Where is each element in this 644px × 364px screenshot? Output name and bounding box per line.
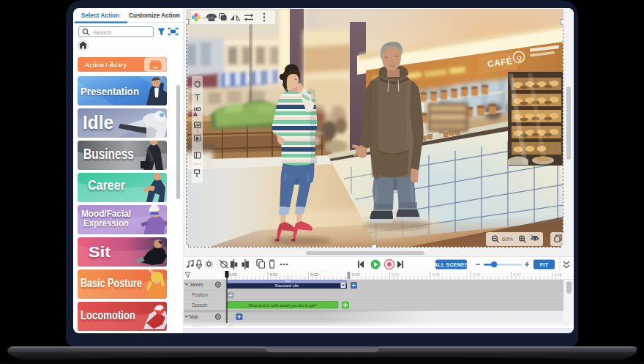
svg-text:FIT: FIT	[540, 262, 549, 267]
svg-text:0:04: 0:04	[392, 272, 400, 277]
svg-text:Standard idle: Standard idle	[275, 283, 299, 288]
svg-text:James: James	[190, 282, 203, 287]
svg-text:Q: Q	[517, 54, 522, 62]
svg-text:0:02: 0:02	[310, 272, 318, 277]
svg-text:0:00: 0:00	[229, 272, 237, 277]
svg-text:Sit: Sit	[89, 243, 111, 260]
svg-text:Career: Career	[88, 177, 126, 193]
svg-text:ALL SCENES: ALL SCENES	[434, 262, 468, 267]
svg-text:0:06: 0:06	[473, 272, 481, 277]
svg-text:0:07: 0:07	[514, 272, 522, 277]
svg-text:0:05: 0:05	[433, 272, 441, 277]
svg-text:Presentation: Presentation	[80, 86, 139, 97]
svg-text:Basic Posture: Basic Posture	[80, 276, 142, 290]
svg-text:What kind of coffe would you l: What kind of coffe would you like to get…	[249, 303, 317, 308]
svg-text:Expression: Expression	[83, 218, 129, 229]
svg-text:0:08: 0:08	[554, 272, 562, 277]
svg-text:Locomotion: Locomotion	[80, 308, 135, 322]
svg-text:Select Action: Select Action	[81, 12, 119, 19]
svg-text:Speech: Speech	[192, 302, 208, 308]
svg-text:60%: 60%	[502, 236, 513, 242]
svg-text:Position: Position	[192, 292, 209, 297]
svg-text:Search: Search	[93, 29, 111, 36]
svg-text:Action Library: Action Library	[85, 61, 127, 69]
svg-text:Customize Action: Customize Action	[129, 12, 180, 19]
svg-text:0:01: 0:01	[270, 272, 278, 277]
svg-text:Business: Business	[83, 146, 134, 162]
svg-text:Idle: Idle	[83, 112, 113, 133]
